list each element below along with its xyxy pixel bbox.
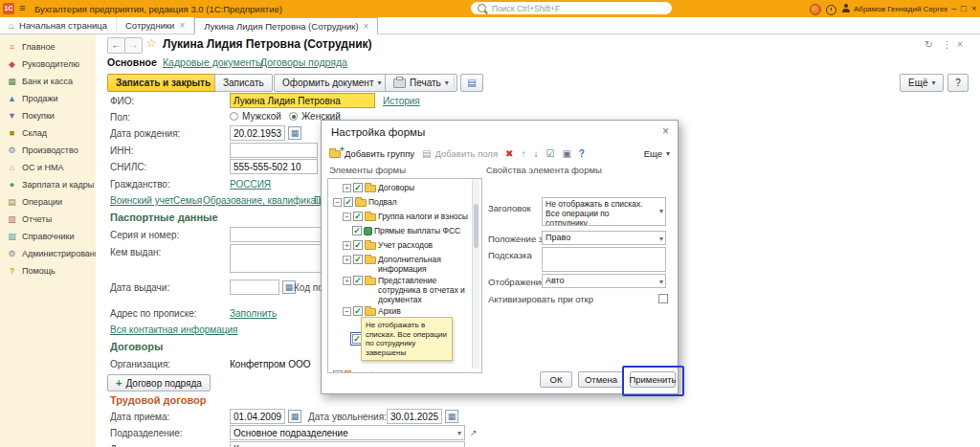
form-close-icon[interactable]: × <box>957 38 963 50</box>
help-button[interactable]: ? <box>947 74 969 92</box>
address-fill-link[interactable]: Заполнить <box>230 308 277 319</box>
refresh-icon[interactable]: ↻ <box>924 38 933 50</box>
sidebar-item-warehouse[interactable]: ■Склад <box>0 124 96 142</box>
sidebar-item-sales[interactable]: ▲Продажи <box>0 90 96 107</box>
properties-icon[interactable]: ▣ <box>562 148 570 159</box>
search-input[interactable] <box>490 3 647 14</box>
sidebar-item-assets[interactable]: ⌂ОС и НМА <box>0 159 96 176</box>
collapse-icon[interactable]: − <box>343 307 351 316</box>
education-link[interactable]: Образование, квалификация <box>203 195 332 206</box>
tab-home-page[interactable]: ⌂ Начальная страница <box>0 17 117 34</box>
tab-close-icon[interactable]: × <box>179 20 185 31</box>
collapse-icon[interactable]: − <box>343 212 351 221</box>
tree-item-footer[interactable]: −✓Подвал <box>330 195 481 210</box>
checkbox[interactable]: ✓ <box>353 255 363 264</box>
tree-item-fss-payments[interactable]: ✓Прямые выплаты ФСС <box>330 224 481 238</box>
tree-scrollbar[interactable] <box>472 179 479 369</box>
cancel-button[interactable]: Отмена <box>578 371 624 388</box>
issue-date-field[interactable] <box>230 279 279 295</box>
sidebar-item-production[interactable]: ⚙Производство <box>0 142 96 159</box>
more-vert-icon[interactable]: ⋮ <box>942 38 952 50</box>
hire-date-field[interactable]: 01.04.2009 <box>230 409 285 424</box>
series-field[interactable] <box>230 227 325 242</box>
open-item-icon[interactable]: ↗ <box>470 428 478 437</box>
checkbox[interactable]: ✓ <box>352 226 362 235</box>
sidebar-item-directories[interactable]: ▧Справочники <box>0 228 96 245</box>
make-document-button[interactable]: Оформить документ▾ <box>274 74 390 92</box>
header-prop-field[interactable]: Не отображать в списках. Все операции по… <box>542 197 666 226</box>
military-link[interactable]: Воинский учет <box>110 195 174 206</box>
snils-field[interactable]: 555-555-502 10 <box>230 159 318 174</box>
sidebar-item-purchases[interactable]: ▼Покупки <box>0 107 96 124</box>
nav-tab-hr-documents[interactable]: Кадровые документы <box>163 56 263 68</box>
move-down-icon[interactable]: ↓ <box>533 148 538 159</box>
fio-history-link[interactable]: История <box>383 96 420 106</box>
fire-date-field[interactable]: 30.01.2025 <box>387 409 442 424</box>
sidebar-item-administration[interactable]: ⚙Администрирование <box>0 245 96 262</box>
position-field[interactable]: Кладовщик▾ <box>230 441 465 447</box>
check-all-icon[interactable]: ☑ <box>546 148 554 159</box>
back-button[interactable]: ← <box>107 37 125 54</box>
tab-employee-card[interactable]: Лукина Лидия Петровна (Сотрудник) × <box>194 17 378 34</box>
calendar-icon[interactable]: ▦ <box>445 410 458 423</box>
chevron-down-icon[interactable]: ▾ <box>659 277 663 285</box>
chevron-down-icon[interactable]: ▾ <box>659 234 663 242</box>
fio-field[interactable]: Лукина Лидия Петровна <box>230 93 375 108</box>
gender-male-radio[interactable]: Мужской <box>230 111 281 122</box>
sidebar-item-salary[interactable]: ●Зарплата и кадры <box>0 176 96 193</box>
delete-icon[interactable]: ✖ <box>505 148 513 159</box>
sidebar-item-manager[interactable]: ◆Руководителю <box>0 56 96 73</box>
tab-employees[interactable]: Сотрудники × <box>117 17 194 34</box>
main-menu-icon[interactable]: ≡ <box>19 2 25 13</box>
calendar-icon[interactable]: ▦ <box>288 410 301 423</box>
checkbox[interactable]: ✓ <box>344 197 353 207</box>
report-structure-button[interactable]: ▤ <box>460 74 483 92</box>
global-search[interactable] <box>471 2 672 14</box>
print-button[interactable]: Печать▾ <box>385 74 457 92</box>
notifications-icon[interactable] <box>810 4 821 15</box>
all-contacts-link[interactable]: Вся контактная информация <box>110 324 237 335</box>
close-icon[interactable]: × <box>971 3 977 13</box>
ok-button[interactable]: ОК <box>540 371 572 388</box>
tree-item-contracts[interactable]: +✓Договоры <box>330 181 481 195</box>
family-link[interactable]: Семья <box>173 195 202 206</box>
scrollbar-thumb[interactable] <box>474 204 479 248</box>
birth-date-field[interactable]: 20.02.1953 <box>230 125 285 141</box>
expand-icon[interactable]: + <box>343 277 351 285</box>
save-close-button[interactable]: Записать и закрыть <box>107 74 219 92</box>
sidebar-item-reports[interactable]: ▥Отчеты <box>0 211 96 228</box>
checkbox[interactable]: ✓ <box>353 212 363 221</box>
move-up-icon[interactable]: ↑ <box>521 148 525 159</box>
sidebar-item-operations[interactable]: ▤Операции <box>0 193 96 211</box>
tree-item-additional-info[interactable]: +✓Дополнительная информация <box>330 253 481 274</box>
nav-tab-contracts[interactable]: Договоры подряда <box>260 56 347 68</box>
expand-icon[interactable]: + <box>343 256 351 264</box>
save-button[interactable]: Записать <box>214 74 273 92</box>
tree-item-info-links[interactable]: ✓Информационные ссылки <box>330 369 481 373</box>
dialog-close-icon[interactable]: × <box>662 124 669 138</box>
collapse-icon[interactable]: − <box>333 198 342 207</box>
citizenship-link[interactable]: РОССИЯ <box>230 179 271 190</box>
division-field[interactable]: Основное подразделение▾ <box>230 425 465 440</box>
add-fields-button[interactable]: ▤Добавить поля <box>422 148 498 159</box>
sidebar-item-help[interactable]: ?Помощь <box>0 262 96 279</box>
calendar-icon[interactable]: ▦ <box>288 126 301 140</box>
history-icon[interactable] <box>826 5 836 15</box>
minimize-icon[interactable]: – <box>951 3 956 13</box>
checkbox[interactable]: ✓ <box>353 240 363 250</box>
activate-on-open-checkbox[interactable] <box>658 294 668 303</box>
expand-icon[interactable]: + <box>343 184 351 192</box>
inn-field[interactable] <box>230 143 318 158</box>
checkbox[interactable]: ✓ <box>353 276 363 285</box>
tree-item-taxes-group[interactable]: −✓Группа налоги и взносы <box>330 210 481 224</box>
dialog-more-button[interactable]: Еще▾ <box>644 148 670 159</box>
tree-item-presentation[interactable]: +✓Представление сотрудника в отчетах и д… <box>330 274 481 304</box>
chevron-down-icon[interactable]: ▾ <box>659 207 663 216</box>
more-button[interactable]: Ещё▾ <box>900 74 944 92</box>
sidebar-item-bank[interactable]: ▦Банк и касса <box>0 73 96 90</box>
nav-tab-main[interactable]: Основное <box>107 56 157 68</box>
maximize-icon[interactable]: □ <box>961 3 967 13</box>
checkbox[interactable]: ✓ <box>353 183 363 192</box>
user-name[interactable]: Абрамов Геннадий Сергеевич <box>854 5 947 13</box>
hint-display-field[interactable]: Авто▾ <box>542 274 666 288</box>
